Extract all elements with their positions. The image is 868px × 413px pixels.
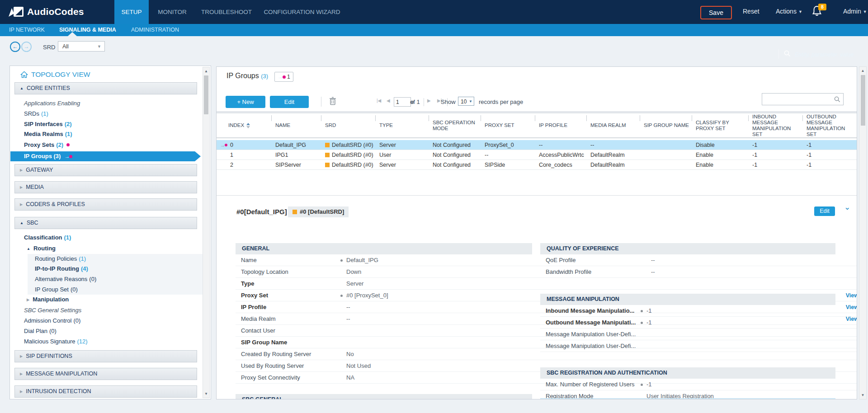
active-subtab-caret bbox=[68, 32, 77, 36]
sidebar-item-ip-groups-selected[interactable]: IP Groups (3)→ bbox=[10, 151, 195, 161]
table-row[interactable]: 1 IPG1 DefaultSRD (#0) User Not Configur… bbox=[217, 150, 857, 160]
section-core-entities[interactable]: ▲CORE ENTITIES bbox=[14, 82, 197, 94]
cell-inbound-set: -1 bbox=[752, 140, 757, 150]
panel-title-text: IP Groups bbox=[226, 72, 259, 80]
sidebar-item-dial-plan[interactable]: Dial Plan(0) bbox=[24, 326, 57, 336]
collapse-chevron-icon[interactable]: ⌄ bbox=[844, 202, 850, 212]
sidebar-item-ip-group-set[interactable]: IP Group Set(0) bbox=[35, 285, 78, 295]
detail-label: SIP Group Name bbox=[241, 337, 287, 348]
scrollbar-thumb[interactable] bbox=[204, 75, 208, 114]
sidebar-item-manipulation[interactable]: ▶Manipulation bbox=[27, 295, 69, 305]
reset-button[interactable]: Reset bbox=[743, 8, 760, 15]
col-header-media-realm[interactable]: MEDIA REALM bbox=[590, 113, 639, 137]
cell-outbound-set: -1 bbox=[807, 150, 811, 160]
col-header-srd[interactable]: SRD bbox=[325, 113, 375, 137]
sidebar-item-applications-enabling[interactable]: Applications Enabling bbox=[24, 99, 80, 108]
table-search-input[interactable] bbox=[764, 95, 834, 104]
next-page-icon[interactable]: ▶ bbox=[427, 98, 431, 103]
sidebar-scrollbar[interactable]: ▲ ▼ bbox=[203, 67, 210, 398]
page-size-select[interactable]: 10▼ bbox=[458, 97, 474, 106]
crossed-srd-badge[interactable]: →1 bbox=[274, 72, 293, 82]
sidebar-item-proxy-sets[interactable]: Proxy Sets(2) bbox=[24, 140, 70, 150]
sidebar-item-ip-to-ip-routing[interactable]: IP-to-IP Routing(4) bbox=[35, 264, 88, 274]
sub-nav-bar: IP NETWORK SIGNALING & MEDIA ADMINISTRAT… bbox=[0, 24, 868, 36]
prev-page-icon[interactable]: ◀ bbox=[387, 98, 390, 103]
col-header-name[interactable]: NAME bbox=[275, 113, 321, 137]
tab-monitor[interactable]: MONITOR bbox=[156, 0, 189, 24]
col-header-inbound-message-manipulation-set[interactable]: INBOUND MESSAGE MANIPULATION SET bbox=[752, 113, 800, 137]
sidebar-item-media-realms[interactable]: Media Realms(1) bbox=[24, 129, 72, 139]
scroll-down-arrow[interactable]: ▼ bbox=[203, 390, 209, 397]
tab-configuration-wizard[interactable]: CONFIGURATION WIZARD bbox=[261, 0, 343, 24]
section-coders-profiles[interactable]: ▶CODERS & PROFILES bbox=[14, 198, 197, 211]
cell-srd-text: DefaultSRD (#0) bbox=[332, 152, 373, 158]
sidebar-item-classification[interactable]: Classification(1) bbox=[24, 233, 71, 243]
cell-index: 2 bbox=[230, 160, 233, 170]
section-message-manipulation[interactable]: ▶MESSAGE MANIPULATION bbox=[14, 368, 197, 380]
subtab-administration[interactable]: ADMINISTRATION bbox=[131, 24, 179, 36]
forward-button[interactable]: → bbox=[21, 42, 32, 52]
scroll-up-arrow[interactable]: ▲ bbox=[203, 68, 209, 75]
sidebar-item-routing-policies[interactable]: Routing Policies(1) bbox=[35, 254, 86, 264]
item-count: (0) bbox=[71, 286, 78, 293]
chevron-down-icon: ▼ bbox=[863, 9, 867, 14]
delete-trash-icon[interactable] bbox=[329, 97, 336, 106]
section-sbc[interactable]: ▲SBC bbox=[14, 217, 197, 229]
tab-troubleshoot[interactable]: TROUBLESHOOT bbox=[199, 0, 254, 24]
page-input[interactable] bbox=[394, 97, 411, 107]
scroll-down-arrow[interactable]: ▼ bbox=[859, 392, 866, 399]
view-link[interactable]: View bbox=[846, 290, 857, 301]
chevron-down-icon: ▼ bbox=[469, 97, 472, 106]
scroll-up-arrow[interactable]: ▲ bbox=[859, 67, 866, 74]
detail-value: -1 bbox=[646, 305, 652, 317]
col-header-index[interactable]: INDEX bbox=[228, 113, 271, 137]
modified-bullet bbox=[641, 384, 643, 386]
topology-view-title[interactable]: TOPOLOGY VIEW bbox=[20, 70, 90, 79]
detail-value: #0 [ProxySet_0] bbox=[346, 290, 388, 301]
actions-menu[interactable]: Actions▼ bbox=[776, 8, 802, 15]
sidebar-item-srds[interactable]: SRDs(1) bbox=[24, 109, 48, 119]
col-header-classify-by-proxy-set[interactable]: CLASSIFY BY PROXY SET bbox=[696, 113, 748, 137]
sidebar-item-alternative-reasons[interactable]: Alternative Reasons(0) bbox=[35, 274, 96, 284]
toolbar-divider bbox=[321, 97, 321, 107]
notifications-bell-button[interactable]: 8 bbox=[812, 5, 827, 19]
section-gateway[interactable]: ▶GATEWAY bbox=[14, 164, 197, 176]
section-intrusion-detection[interactable]: ▶INTRUSION DETECTION bbox=[14, 385, 197, 398]
col-header-ip-profile[interactable]: IP PROFILE bbox=[539, 113, 586, 137]
sidebar-item-sbc-general-settings[interactable]: SBC General Settings bbox=[24, 305, 81, 315]
section-sip-definitions[interactable]: ▶SIP DEFINITIONS bbox=[14, 350, 197, 362]
edit-button[interactable]: Edit bbox=[270, 96, 309, 108]
first-page-icon[interactable]: |◀ bbox=[377, 98, 381, 103]
cell-srd: DefaultSRD (#0) bbox=[325, 160, 373, 170]
sidebar-item-routing[interactable]: ▲Routing bbox=[27, 244, 56, 253]
sort-icon[interactable] bbox=[246, 123, 250, 128]
table-search-box[interactable] bbox=[762, 93, 844, 105]
save-button[interactable]: Save bbox=[700, 6, 732, 19]
sidebar-item-sip-interfaces[interactable]: SIP Interfaces(2) bbox=[24, 119, 72, 129]
srd-dropdown[interactable]: All▼ bbox=[58, 41, 105, 52]
table-row[interactable]: → 0 Default_IPG DefaultSRD (#0) Server N… bbox=[217, 140, 857, 150]
main-scrollbar[interactable]: ▲ ▼ bbox=[859, 66, 867, 399]
col-header-sbc-operation-mode[interactable]: SBC OPERATION MODE bbox=[433, 113, 480, 137]
subtab-ip-network[interactable]: IP NETWORK bbox=[9, 24, 45, 36]
tab-setup[interactable]: SETUP bbox=[114, 0, 149, 24]
sidebar-item-admission-control[interactable]: Admission Control(0) bbox=[24, 316, 80, 326]
section-label: SIP DEFINITIONS bbox=[26, 353, 72, 359]
item-label: Routing Policies bbox=[35, 255, 77, 262]
column-tick bbox=[586, 115, 587, 121]
col-header-proxy-set[interactable]: PROXY SET bbox=[485, 113, 534, 137]
global-search-input[interactable] bbox=[794, 50, 864, 59]
detail-edit-button[interactable]: Edit bbox=[814, 206, 835, 216]
user-label: Admin bbox=[843, 8, 861, 15]
col-header-sip-group-name[interactable]: SIP GROUP NAME bbox=[644, 113, 691, 137]
detail-value: -- bbox=[651, 266, 655, 278]
back-button[interactable]: ← bbox=[10, 42, 20, 52]
col-header-type[interactable]: TYPE bbox=[379, 113, 428, 137]
scrollbar-thumb[interactable] bbox=[861, 75, 865, 126]
col-header-outbound-message-manipulation-set[interactable]: OUTBOUND MESSAGE MANIPULATION SET bbox=[807, 113, 852, 137]
sidebar-item-malicious-signature[interactable]: Malicious Signature(12) bbox=[24, 337, 88, 347]
user-menu[interactable]: Admin▼ bbox=[843, 8, 867, 15]
new-button[interactable]: + New bbox=[226, 96, 265, 108]
table-row[interactable]: 2 SIPServer DefaultSRD (#0) Server Not C… bbox=[217, 160, 857, 170]
section-media[interactable]: ▶MEDIA bbox=[14, 181, 197, 193]
